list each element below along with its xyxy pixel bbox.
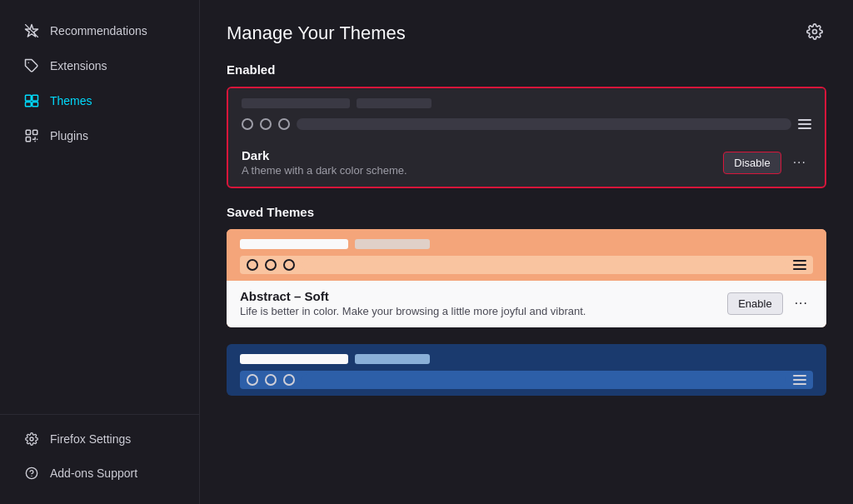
menu-line-1 (793, 375, 806, 377)
blue-theme-preview (227, 344, 826, 396)
menu-line-1 (798, 119, 811, 121)
enable-soft-button[interactable]: Enable (727, 292, 782, 315)
svg-rect-2 (26, 95, 32, 101)
preview-address-bar (297, 118, 791, 130)
sidebar: Recommendations Extensions Themes (0, 0, 200, 504)
settings-button[interactable] (803, 20, 826, 46)
preview-controls (240, 371, 813, 389)
preview-bar-tab1 (242, 98, 350, 108)
help-icon (23, 465, 40, 482)
dark-theme-info: Dark A theme with a dark color scheme. D… (228, 140, 825, 187)
preview-bar-tab2 (357, 98, 431, 108)
menu-line-2 (793, 379, 806, 381)
sidebar-item-label: Themes (50, 94, 92, 107)
preview-address-bar (302, 374, 786, 386)
sidebar-item-themes[interactable]: Themes (7, 84, 192, 117)
dark-more-button[interactable]: ··· (788, 152, 811, 173)
dark-theme-preview (228, 88, 825, 140)
gear-icon (806, 23, 823, 40)
preview-bars (240, 239, 813, 249)
preview-bar-tab2 (355, 354, 430, 364)
preview-radio1 (247, 374, 258, 386)
puzzle-icon (23, 57, 40, 74)
preview-controls (240, 256, 813, 274)
preview-address-bar (302, 259, 786, 271)
preview-bar-tab1 (240, 239, 348, 249)
preview-radio3 (283, 374, 295, 386)
menu-line-3 (793, 383, 806, 385)
preview-menu (798, 119, 811, 129)
dark-theme-actions: Disable ··· (723, 152, 811, 174)
soft-theme-name: Abstract – Soft (240, 289, 586, 303)
preview-bars (242, 98, 811, 108)
preview-radio1 (247, 259, 258, 271)
soft-theme-desc: Life is better in color. Make your brows… (240, 305, 586, 317)
sidebar-item-label: Plugins (50, 129, 88, 142)
sidebar-item-plugins[interactable]: Plugins (7, 119, 192, 152)
svg-rect-7 (26, 137, 30, 142)
svg-rect-3 (32, 95, 38, 101)
preview-radio3 (283, 259, 295, 271)
main-content: Manage Your Themes Enabled (200, 0, 853, 504)
menu-line-3 (798, 127, 811, 129)
preview-menu (793, 375, 806, 385)
sidebar-item-label: Add-ons Support (50, 467, 137, 480)
plugin-icon (23, 127, 40, 144)
svg-rect-5 (32, 102, 38, 107)
theme-icon (23, 92, 40, 109)
enabled-section-label: Enabled (227, 62, 826, 77)
sidebar-item-label: Extensions (50, 59, 107, 72)
preview-radio2 (260, 118, 272, 130)
enabled-theme-card: Dark A theme with a dark color scheme. D… (227, 87, 826, 188)
preview-menu (793, 260, 806, 270)
preview-controls (242, 115, 811, 133)
soft-theme-info: Abstract – Soft Life is better in color.… (227, 281, 826, 327)
svg-rect-4 (26, 102, 32, 107)
svg-point-9 (30, 437, 33, 441)
svg-rect-8 (33, 130, 37, 134)
soft-theme-preview (227, 229, 826, 281)
preview-radio1 (242, 118, 253, 130)
preview-bar-tab1 (240, 354, 348, 364)
preview-radio3 (278, 118, 290, 130)
dark-theme-desc: A theme with a dark color scheme. (242, 164, 407, 177)
saved-section-label: Saved Themes (227, 205, 826, 219)
sidebar-item-recommendations[interactable]: Recommendations (7, 14, 192, 47)
menu-line-1 (793, 260, 806, 262)
preview-radio2 (265, 374, 277, 386)
sidebar-item-label: Firefox Settings (50, 432, 131, 446)
page-title: Manage Your Themes (227, 22, 406, 44)
disable-button[interactable]: Disable (723, 152, 781, 174)
svg-point-12 (813, 30, 817, 34)
star-icon (23, 22, 40, 39)
dark-theme-text: Dark A theme with a dark color scheme. (242, 148, 407, 177)
preview-radio2 (265, 259, 277, 271)
main-header: Manage Your Themes (227, 20, 826, 46)
sidebar-item-extensions[interactable]: Extensions (7, 49, 192, 82)
soft-more-button[interactable]: ··· (790, 292, 813, 314)
soft-theme-text: Abstract – Soft Life is better in color.… (240, 289, 586, 317)
blue-theme-card (227, 344, 826, 396)
soft-theme-card: Abstract – Soft Life is better in color.… (227, 229, 826, 327)
svg-rect-6 (26, 130, 30, 134)
preview-bars (240, 354, 813, 364)
preview-bar-tab2 (355, 239, 430, 249)
sidebar-item-firefox-settings[interactable]: Firefox Settings (7, 422, 192, 456)
sidebar-item-addons-support[interactable]: Add-ons Support (7, 457, 192, 490)
soft-theme-actions: Enable ··· (727, 292, 813, 315)
menu-line-2 (798, 123, 811, 125)
sidebar-bottom: Firefox Settings Add-ons Support (0, 414, 199, 491)
dark-theme-name: Dark (242, 148, 407, 162)
settings-icon (23, 431, 40, 447)
menu-line-2 (793, 264, 806, 266)
menu-line-3 (793, 268, 806, 270)
sidebar-item-label: Recommendations (50, 24, 147, 37)
